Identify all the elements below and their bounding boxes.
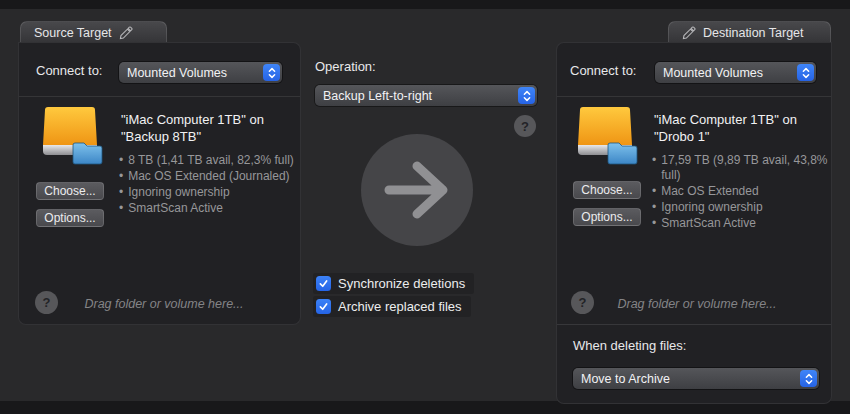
operation-help-button[interactable]: ? — [514, 115, 536, 137]
source-options-button[interactable]: Options... — [36, 209, 104, 227]
source-drop-hint: Drag folder or volume here... — [74, 297, 254, 311]
when-deleting-value: Move to Archive — [581, 372, 670, 386]
edit-pencil-icon[interactable] — [119, 26, 133, 40]
destination-tab-label: Destination Target — [703, 26, 804, 40]
source-connect-label: Connect to: — [36, 63, 103, 78]
chevron-updown-icon — [797, 64, 814, 81]
window-top-edge — [0, 0, 850, 9]
divider — [557, 324, 831, 325]
list-item: •Mac OS Extended (Journaled) — [119, 169, 301, 184]
hard-drive-folder-icon — [572, 105, 640, 167]
source-tab-label: Source Target — [34, 26, 112, 40]
source-connect-value: Mounted Volumes — [127, 66, 227, 80]
destination-target-panel: Connect to: Mounted Volumes "iMac Comput… — [556, 42, 832, 404]
dest-volume-title: "iMac Computer 1TB" on "Drobo 1" — [654, 111, 834, 145]
dest-volume-details: •17,59 TB (9,89 TB avail, 43,8% full) •M… — [652, 153, 834, 232]
source-volume-details: •8 TB (1,41 TB avail, 82,3% full) •Mac O… — [119, 153, 301, 217]
app-window: Source Target Destination Target Connect… — [0, 0, 850, 414]
hard-drive-folder-icon — [37, 105, 105, 167]
dest-choose-button[interactable]: Choose... — [573, 181, 641, 199]
arrow-right-icon — [367, 140, 467, 240]
checkbox-checked-icon[interactable] — [316, 299, 331, 314]
source-target-panel: Connect to: Mounted Volumes — [18, 42, 301, 325]
archive-replaced-files-row[interactable]: Archive replaced files — [313, 296, 471, 317]
list-item: •8 TB (1,41 TB avail, 82,3% full) — [119, 153, 301, 168]
dest-drop-hint: Drag folder or volume here... — [607, 297, 787, 311]
dest-connect-value: Mounted Volumes — [663, 66, 763, 80]
dest-options-button[interactable]: Options... — [573, 208, 641, 226]
divider — [19, 96, 300, 97]
source-volume-title: "iMac Computer 1TB" on "Backup 8TB" — [121, 111, 301, 145]
checkbox-label: Archive replaced files — [338, 299, 462, 314]
list-item: •SmartScan Active — [652, 216, 834, 231]
dest-connect-dropdown[interactable]: Mounted Volumes — [655, 62, 816, 83]
list-item: •Mac OS Extended — [652, 184, 834, 199]
checkbox-checked-icon[interactable] — [316, 276, 331, 291]
divider — [557, 96, 831, 97]
operation-value: Backup Left-to-right — [323, 89, 432, 103]
synchronize-deletions-row[interactable]: Synchronize deletions — [313, 273, 474, 294]
tab-destination-target[interactable]: Destination Target — [668, 21, 831, 43]
operation-dropdown[interactable]: Backup Left-to-right — [315, 85, 537, 106]
list-item: •Ignoring ownership — [119, 185, 301, 200]
when-deleting-label: When deleting files: — [573, 338, 686, 353]
source-help-button[interactable]: ? — [35, 291, 58, 314]
chevron-updown-icon — [518, 87, 535, 104]
chevron-updown-icon — [263, 64, 280, 81]
checkbox-label: Synchronize deletions — [338, 276, 465, 291]
operation-label: Operation: — [315, 59, 376, 74]
when-deleting-dropdown[interactable]: Move to Archive — [573, 368, 819, 389]
list-item: •17,59 TB (9,89 TB avail, 43,8% full) — [652, 153, 834, 183]
tab-source-target[interactable]: Source Target — [20, 21, 167, 43]
list-item: •SmartScan Active — [119, 201, 301, 216]
dest-connect-label: Connect to: — [570, 63, 637, 78]
list-item: •Ignoring ownership — [652, 200, 834, 215]
source-choose-button[interactable]: Choose... — [36, 182, 104, 200]
sync-direction-indicator — [361, 134, 473, 246]
edit-pencil-icon[interactable] — [682, 26, 696, 40]
dest-help-button[interactable]: ? — [571, 291, 594, 314]
source-connect-dropdown[interactable]: Mounted Volumes — [119, 62, 282, 83]
chevron-updown-icon — [800, 370, 817, 387]
